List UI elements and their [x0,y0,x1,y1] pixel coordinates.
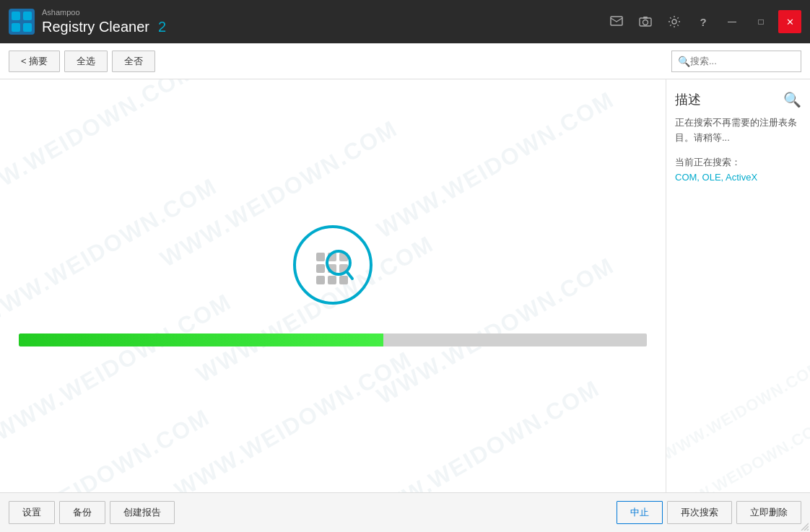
delete-now-button[interactable]: 立即删除 [736,501,801,524]
watermark: WWW.WEIDOWN.COM [666,415,810,492]
bottom-bar: 设置 备份 创建报告 中止 再次搜索 立即删除 [0,492,810,532]
watermark: WWW.WEIDOWN.COM [0,288,236,446]
svg-rect-4 [23,23,32,32]
title-controls: ? — □ ✕ [605,10,801,33]
svg-rect-10 [316,253,325,261]
resize-handle[interactable] [798,520,809,531]
app-title: Registry Cleaner [42,18,149,35]
create-report-button[interactable]: 创建报告 [110,501,175,524]
svg-rect-3 [12,23,20,32]
right-actions: 中止 再次搜索 立即删除 [617,501,801,524]
description-body: 正在搜索不再需要的注册表条目。请稍等... [675,115,801,146]
scan-animation [293,225,373,305]
watermark: WWW.WEIDOWN.COM [666,357,810,464]
settings-button[interactable] [663,10,686,33]
backup-button[interactable]: 备份 [59,501,105,524]
description-search-icon: 🔍 [783,91,801,108]
progress-bar-container [19,333,647,346]
message-button[interactable] [605,10,628,33]
back-button[interactable]: < 摘要 [9,51,60,72]
watermark: WWW.WEIDOWN.COM [373,252,619,410]
current-search-label: 当前正在搜索： [675,156,801,169]
close-button[interactable]: ✕ [778,10,801,33]
watermark: WWW.WEIDOWN.COM [0,79,200,215]
svg-rect-1 [12,12,20,20]
svg-rect-8 [643,17,648,19]
app-brand: Ashampoo [42,8,605,17]
svg-point-9 [672,19,676,24]
svg-point-7 [643,20,648,25]
stop-button[interactable]: 中止 [617,501,663,524]
right-panel: WWW.WEIDOWN.COM WWW.WEIDOWN.COM 描述 🔍 正在搜… [666,79,810,492]
svg-line-23 [807,529,809,531]
svg-rect-18 [339,276,348,284]
camera-button[interactable] [634,10,657,33]
settings-button[interactable]: 设置 [9,501,55,524]
help-icon: ? [700,16,706,28]
description-title-text: 描述 [675,91,701,108]
svg-rect-16 [316,276,325,284]
watermark: WWW.WEIDOWN.COM [0,404,214,492]
search-input[interactable] [690,56,795,66]
watermark: WWW.WEIDOWN.COM [0,173,222,331]
watermark: WWW.WEIDOWN.COM [358,375,605,492]
watermark: WWW.WEIDOWN.COM [373,86,619,244]
toolbar: < 摘要 全选 全否 🔍 [0,43,810,79]
scan-icon-svg [308,240,358,290]
deselect-all-button[interactable]: 全否 [112,51,155,72]
select-all-button[interactable]: 全选 [64,51,108,72]
scan-circle [293,225,373,305]
app-version: 2 [158,19,166,35]
search-container: 🔍 [671,51,801,72]
svg-rect-2 [23,12,32,20]
left-panel: WWW.WEIDOWN.COM WWW.WEIDOWN.COM WWW.WEID… [0,79,666,492]
svg-rect-5 [611,17,622,25]
description-title: 描述 🔍 [675,91,801,108]
search-icon: 🔍 [678,56,690,67]
main-content: WWW.WEIDOWN.COM WWW.WEIDOWN.COM WWW.WEID… [0,79,810,492]
progress-bar-fill [19,333,383,346]
search-again-button[interactable]: 再次搜索 [667,501,732,524]
watermark: WWW.WEIDOWN.COM [170,346,417,492]
app-title-container: Ashampoo Registry Cleaner 2 [42,8,605,35]
svg-rect-17 [328,276,336,284]
current-search-value: COM, OLE, ActiveX [675,172,801,183]
maximize-button[interactable]: □ [749,10,772,33]
svg-rect-13 [316,264,325,273]
app-logo [9,9,35,35]
titlebar: Ashampoo Registry Cleaner 2 ? — □ ✕ [0,0,810,43]
help-button[interactable]: ? [692,10,715,33]
minimize-button[interactable]: — [720,10,744,33]
